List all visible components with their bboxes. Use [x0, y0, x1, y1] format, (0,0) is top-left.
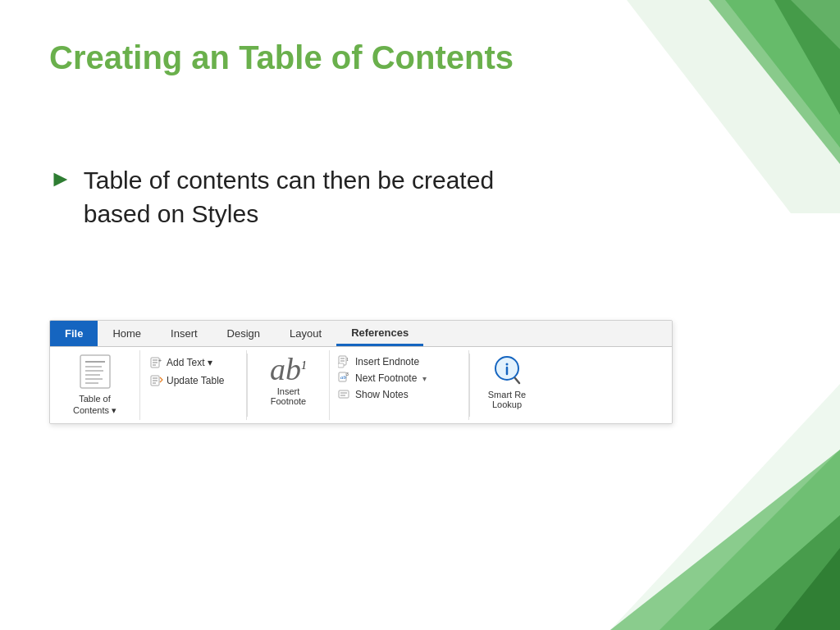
ab-big: ab1 [270, 354, 307, 385]
next-footnote-row[interactable]: ab 3 Next Footnote ▾ [338, 370, 427, 386]
svg-marker-3 [627, 0, 840, 213]
footnote-options-group: 1 Insert Endnote ab 3 Next Footnote ▾ [330, 350, 469, 420]
svg-marker-6 [774, 548, 840, 630]
toc-icon [79, 354, 112, 390]
svg-text:1: 1 [346, 357, 349, 362]
insert-footnote-label[interactable]: Insert Footnote [271, 386, 306, 406]
next-footnote-icon: ab 3 [338, 372, 351, 385]
slide-title: Creating an Table of Contents [49, 39, 514, 76]
tab-file[interactable]: File [50, 321, 98, 346]
svg-text:+: + [158, 358, 162, 363]
ribbon-content: Table of Contents ▾ + Add Text ▾ [50, 347, 672, 423]
tab-layout[interactable]: Layout [275, 321, 336, 346]
svg-marker-0 [709, 0, 840, 164]
insert-footnote-group: ab1 Insert Footnote [248, 350, 330, 420]
svg-marker-1 [774, 0, 840, 115]
ribbon-area: File Home Insert Design Layout Reference… [49, 320, 673, 424]
svg-marker-4 [610, 450, 840, 630]
show-notes-row[interactable]: Show Notes [338, 386, 409, 403]
smart-lookup-label[interactable]: Smart Re Lookup [488, 390, 526, 409]
ribbon-tab-bar: File Home Insert Design Layout Reference… [50, 321, 672, 347]
svg-rect-28 [338, 363, 344, 368]
smart-lookup-icon [491, 354, 523, 386]
slide: Creating an Table of Contents ► Table of… [0, 0, 840, 630]
svg-marker-2 [791, 0, 840, 49]
smart-lookup-group: Smart Re Lookup [470, 350, 544, 420]
bullet-section: ► Table of contents can then be created … [49, 164, 494, 231]
svg-rect-32 [339, 390, 349, 398]
tab-references[interactable]: References [336, 321, 423, 346]
add-text-row[interactable]: + Add Text ▾ [150, 354, 212, 372]
tab-design[interactable]: Design [212, 321, 275, 346]
tab-insert[interactable]: Insert [156, 321, 212, 346]
insert-endnote-row[interactable]: 1 Insert Endnote [338, 354, 419, 370]
bullet-arrow-icon: ► [49, 166, 72, 192]
svg-marker-5 [709, 515, 840, 630]
svg-point-36 [506, 363, 509, 366]
svg-line-38 [515, 378, 519, 383]
addtext-group: + Add Text ▾ Update Table [140, 350, 247, 420]
add-text-icon: + [150, 356, 163, 369]
update-table-row[interactable]: Update Table [150, 372, 225, 390]
toc-label[interactable]: Table of Contents ▾ [73, 393, 116, 417]
update-table-icon [150, 374, 163, 387]
bullet-text: Table of contents can then be created ba… [84, 164, 494, 231]
insert-endnote-icon: 1 [338, 355, 351, 368]
show-notes-icon [338, 388, 351, 401]
deco-top-right [627, 0, 840, 213]
tab-home[interactable]: Home [98, 321, 156, 346]
toc-group: Table of Contents ▾ [50, 350, 140, 420]
svg-text:3: 3 [346, 372, 349, 377]
